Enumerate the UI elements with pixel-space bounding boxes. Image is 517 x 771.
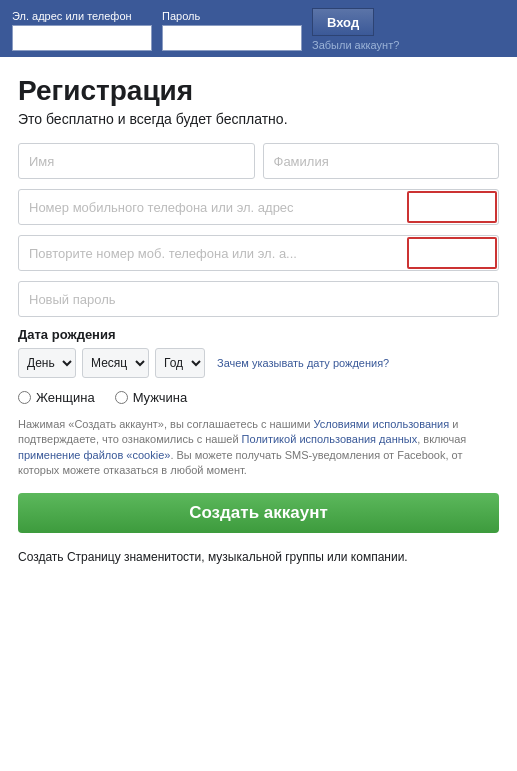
gender-female-radio[interactable] xyxy=(18,391,31,404)
email-label: Эл. адрес или телефон xyxy=(12,10,152,22)
gender-male-label: Мужчина xyxy=(133,390,188,405)
create-page-suffix: знаменитости, музыкальной группы или ком… xyxy=(121,550,408,564)
forgot-account-link[interactable]: Забыли аккаунт? xyxy=(312,39,399,51)
gender-male-option[interactable]: Мужчина xyxy=(115,390,188,405)
year-select[interactable]: Год xyxy=(155,348,205,378)
login-button[interactable]: Вход xyxy=(312,8,374,36)
header-bar: Эл. адрес или телефон Пароль Вход Забыли… xyxy=(0,0,517,57)
policy-link[interactable]: Политикой использования данных xyxy=(242,433,418,445)
registration-form: Регистрация Это бесплатно и всегда будет… xyxy=(0,57,517,576)
registration-subtitle: Это бесплатно и всегда будет бесплатно. xyxy=(18,111,499,127)
password-label: Пароль xyxy=(162,10,302,22)
create-page-section: Создать Страницу знаменитости, музыкальн… xyxy=(18,549,499,564)
first-name-input[interactable] xyxy=(18,143,255,179)
legal-text-3: , включая xyxy=(417,433,466,445)
phone-confirm-input[interactable] xyxy=(18,235,499,271)
day-select[interactable]: День xyxy=(18,348,76,378)
email-field-wrap: Эл. адрес или телефон xyxy=(12,10,152,51)
header-email-input[interactable] xyxy=(12,25,152,51)
create-account-button[interactable]: Создать аккаунт xyxy=(18,493,499,533)
birthday-row: День Месяц Год Зачем указывать дату рожд… xyxy=(18,348,499,378)
password-field-wrap: Пароль xyxy=(162,10,302,51)
name-row xyxy=(18,143,499,179)
month-select[interactable]: Месяц xyxy=(82,348,149,378)
legal-text: Нажимая «Создать аккаунт», вы соглашаете… xyxy=(18,417,499,479)
gender-male-radio[interactable] xyxy=(115,391,128,404)
gender-female-option[interactable]: Женщина xyxy=(18,390,95,405)
create-page-link-text: Создать Страницу xyxy=(18,550,121,564)
birthday-label: Дата рождения xyxy=(18,327,499,342)
cookie-link[interactable]: применение файлов «cookie» xyxy=(18,449,170,461)
registration-title: Регистрация xyxy=(18,75,499,107)
gender-row: Женщина Мужчина xyxy=(18,390,499,405)
legal-text-1: Нажимая «Создать аккаунт», вы соглашаете… xyxy=(18,418,313,430)
why-birthday-link[interactable]: Зачем указывать дату рождения? xyxy=(217,356,389,370)
new-password-input[interactable] xyxy=(18,281,499,317)
password-row xyxy=(18,281,499,317)
phone-field-wrap xyxy=(18,189,499,225)
last-name-input[interactable] xyxy=(263,143,500,179)
phone-input[interactable] xyxy=(18,189,499,225)
create-page-link[interactable]: Создать Страницу знаменитости, музыкальн… xyxy=(18,550,408,564)
login-actions: Вход Забыли аккаунт? xyxy=(312,8,399,51)
header-password-input[interactable] xyxy=(162,25,302,51)
terms-link[interactable]: Условиями использования xyxy=(313,418,449,430)
gender-female-label: Женщина xyxy=(36,390,95,405)
phone-confirm-wrap xyxy=(18,235,499,271)
